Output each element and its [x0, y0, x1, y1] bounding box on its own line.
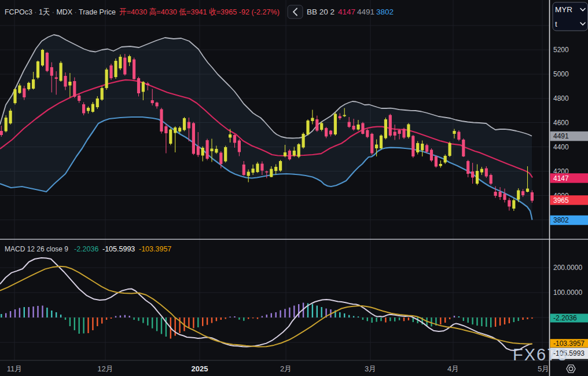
- svg-text:5200: 5200: [553, 46, 569, 54]
- svg-text:MACD 12 26 close 9: MACD 12 26 close 9: [5, 245, 68, 253]
- svg-text:MYR: MYR: [555, 5, 572, 14]
- svg-text:FX678: FX678: [513, 345, 568, 364]
- svg-text:-2.2036: -2.2036: [74, 245, 98, 253]
- svg-text:2月: 2月: [280, 364, 292, 373]
- svg-text:100.0000: 100.0000: [553, 289, 582, 297]
- svg-text:4800: 4800: [553, 94, 569, 103]
- svg-text:4491: 4491: [357, 8, 374, 16]
- svg-text:4491: 4491: [553, 132, 569, 140]
- svg-text:-103.3957: -103.3957: [139, 245, 171, 253]
- svg-text:12月: 12月: [97, 364, 113, 373]
- svg-text:-105.5993: -105.5993: [102, 245, 135, 253]
- svg-text:开=4030 高=4030 低=3941 收=3965 -9: 开=4030 高=4030 低=3941 收=3965 -92 (-2.27%): [119, 8, 280, 16]
- svg-text:5000: 5000: [553, 70, 569, 78]
- svg-text:t: t: [555, 20, 557, 28]
- svg-text:-2.2036: -2.2036: [553, 314, 577, 322]
- svg-text:5月: 5月: [538, 364, 549, 373]
- svg-text:4147: 4147: [553, 174, 569, 182]
- svg-text:FCPOc3 · 1天 · MDX · Trade Pric: FCPOc3 · 1天 · MDX · Trade Price: [5, 8, 116, 16]
- svg-text:4月: 4月: [447, 364, 459, 373]
- svg-text:2025: 2025: [192, 364, 208, 373]
- svg-text:200.0000: 200.0000: [553, 264, 582, 272]
- svg-text:11月: 11月: [7, 364, 23, 373]
- svg-text:4147: 4147: [338, 8, 355, 16]
- svg-text:4600: 4600: [553, 119, 569, 127]
- svg-text:3802: 3802: [376, 8, 394, 16]
- svg-text:4400: 4400: [553, 143, 569, 151]
- svg-text:3965: 3965: [553, 196, 569, 205]
- svg-text:3802: 3802: [553, 216, 569, 224]
- svg-text:3月: 3月: [365, 364, 376, 373]
- svg-text:BB 20 2: BB 20 2: [307, 8, 335, 16]
